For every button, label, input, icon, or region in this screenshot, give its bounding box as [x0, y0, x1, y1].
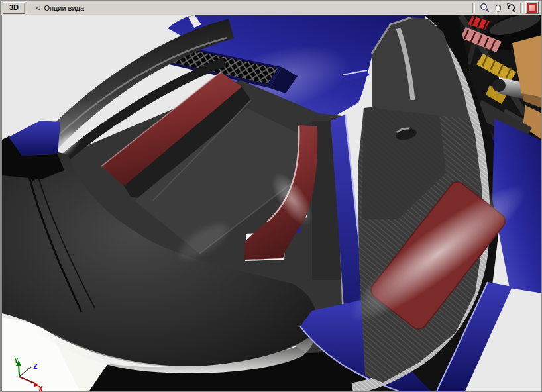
toolbar-separator-right2 [520, 3, 523, 13]
hand-icon [493, 3, 503, 13]
toolbar-separator-right [472, 3, 475, 13]
stop-render-button[interactable] [525, 1, 539, 14]
mode-3d-button[interactable]: 3D [3, 2, 25, 14]
pan-tool-button[interactable] [491, 1, 504, 14]
collapse-panel-arrow[interactable]: < [36, 4, 40, 12]
red-square-icon [527, 3, 537, 13]
3d-scene: Y Z X [2, 15, 542, 392]
axis-z-label: Z [33, 362, 38, 371]
cad-window: 3D < Опции вида [0, 0, 542, 392]
zoom-tool-button[interactable] [478, 1, 491, 14]
rotate-view-icon [506, 3, 516, 13]
magnifier-icon [480, 3, 490, 13]
3d-viewport[interactable]: Y Z X [1, 15, 542, 392]
view-toolbar: 3D < Опции вида [1, 1, 541, 15]
axis-x-label: X [38, 385, 43, 392]
axis-y-label: Y [14, 356, 19, 365]
toolbar-separator [28, 3, 30, 13]
panel-title: Опции вида [44, 4, 84, 12]
orbit-tool-button[interactable] [504, 1, 517, 14]
